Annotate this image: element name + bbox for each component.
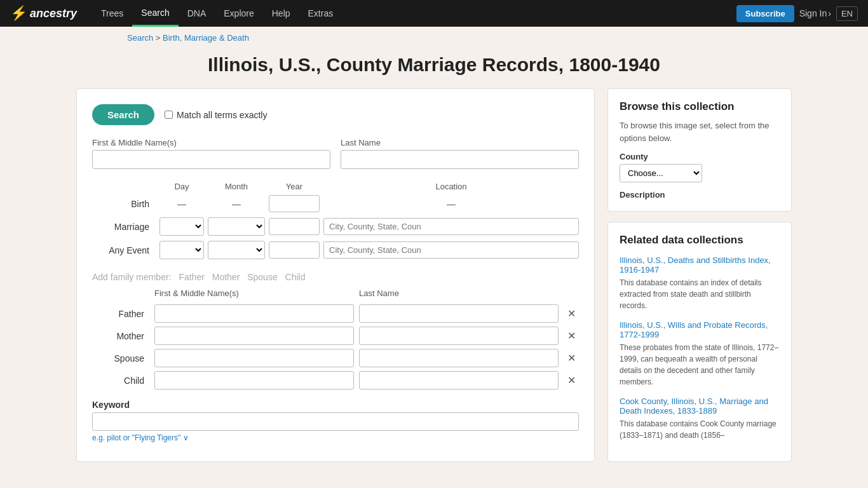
browse-title: Browse this collection: [620, 100, 780, 113]
child-remove-button[interactable]: ✕: [564, 374, 579, 386]
father-label: Father: [92, 309, 149, 319]
county-select[interactable]: Choose...: [620, 164, 702, 182]
birth-location-dash: —: [323, 199, 579, 209]
breadcrumb-search[interactable]: Search: [127, 33, 153, 43]
description-label: Description: [620, 190, 780, 200]
match-exactly-checkbox[interactable]: [165, 111, 173, 119]
child-first-name[interactable]: [154, 371, 354, 390]
spouse-row: Spouse ✕: [92, 349, 579, 367]
spouse-last-name[interactable]: [359, 349, 559, 367]
child-last-name[interactable]: [359, 371, 559, 390]
family-first-name-header: First & Middle Name(s): [154, 288, 354, 301]
related-text-1: This database contains an index of detai…: [620, 277, 780, 311]
related-link-3[interactable]: Cook County, Illinois, U.S., Marriage an…: [620, 396, 780, 416]
father-row: Father ✕: [92, 304, 579, 323]
logo-text: ancestry: [30, 7, 77, 20]
related-item-2: Illinois, U.S., Wills and Probate Record…: [620, 320, 780, 388]
right-sidebar: Browse this collection To browse this im…: [607, 88, 792, 462]
match-exactly-label[interactable]: Match all terms exactly: [165, 110, 267, 120]
related-item-3: Cook County, Illinois, U.S., Marriage an…: [620, 396, 780, 441]
any-event-label: Any Event: [92, 245, 156, 255]
family-last-name-header: Last Name: [359, 288, 559, 301]
main-layout: Search Match all terms exactly First & M…: [0, 88, 868, 481]
add-mother-link[interactable]: Mother: [212, 272, 240, 282]
last-name-group: Last Name: [341, 138, 579, 169]
father-last-name[interactable]: [359, 304, 559, 323]
first-name-label: First & Middle Name(s): [92, 138, 330, 147]
spouse-remove-button[interactable]: ✕: [564, 352, 579, 364]
nav-right: Subscribe Sign In › EN: [736, 5, 858, 22]
breadcrumb-section[interactable]: Birth, Marriage & Death: [163, 33, 249, 43]
keyword-input[interactable]: [92, 412, 579, 431]
nav-links: Trees Search DNA Explore Help Extras: [92, 0, 736, 27]
subscribe-button[interactable]: Subscribe: [736, 5, 794, 22]
birth-day-dash: —: [159, 199, 204, 209]
search-top: Search Match all terms exactly: [92, 104, 579, 125]
date-section: Day Month Year Location Birth — — — Marr…: [92, 182, 579, 259]
related-link-2[interactable]: Illinois, U.S., Wills and Probate Record…: [620, 320, 780, 339]
marriage-location-input[interactable]: [323, 218, 579, 235]
marriage-row: Marriage: [92, 217, 579, 236]
mother-first-name[interactable]: [154, 327, 354, 345]
first-name-group: First & Middle Name(s): [92, 138, 330, 169]
first-name-input[interactable]: [92, 150, 330, 169]
nav-extras[interactable]: Extras: [299, 0, 342, 27]
birth-row: Birth — — —: [92, 195, 579, 212]
browse-description: To browse this image set, select from th…: [620, 119, 780, 144]
spouse-first-name[interactable]: [154, 349, 354, 367]
logo[interactable]: ⚡ ancestry: [10, 5, 77, 22]
related-item-1: Illinois, U.S., Deaths and Stillbirths I…: [620, 255, 780, 311]
location-header: Location: [323, 182, 579, 191]
search-panel: Search Match all terms exactly First & M…: [76, 88, 595, 462]
mother-remove-button[interactable]: ✕: [564, 330, 579, 342]
add-spouse-link[interactable]: Spouse: [247, 272, 277, 282]
nav-dna[interactable]: DNA: [179, 0, 215, 27]
page-title: Illinois, U.S., County Marriage Records,…: [0, 54, 868, 76]
father-remove-button[interactable]: ✕: [564, 308, 579, 320]
nav-explore[interactable]: Explore: [215, 0, 262, 27]
day-header: Day: [159, 182, 204, 191]
add-child-link[interactable]: Child: [285, 272, 306, 282]
any-event-month-select[interactable]: [208, 241, 265, 259]
mother-row: Mother ✕: [92, 327, 579, 345]
add-family-label: Add family member: Father Mother Spouse …: [92, 272, 579, 282]
birth-year-input[interactable]: [269, 195, 320, 212]
father-first-name[interactable]: [154, 304, 354, 323]
any-event-row: Any Event: [92, 241, 579, 259]
related-box: Related data collections Illinois, U.S.,…: [607, 222, 792, 462]
nav-search[interactable]: Search: [132, 0, 178, 27]
any-event-location-input[interactable]: [323, 241, 579, 259]
logo-icon: ⚡: [10, 5, 27, 22]
related-link-1[interactable]: Illinois, U.S., Deaths and Stillbirths I…: [620, 255, 780, 274]
mother-label: Mother: [92, 331, 149, 341]
spouse-label: Spouse: [92, 353, 149, 363]
navbar: ⚡ ancestry Trees Search DNA Explore Help…: [0, 0, 868, 27]
search-button[interactable]: Search: [92, 104, 154, 125]
family-header-row: First & Middle Name(s) Last Name: [92, 288, 579, 301]
marriage-month-select[interactable]: [208, 217, 265, 236]
month-header: Month: [208, 182, 265, 191]
last-name-input[interactable]: [341, 150, 579, 169]
signin-link[interactable]: Sign In ›: [799, 8, 831, 18]
mother-last-name[interactable]: [359, 327, 559, 345]
county-label: County: [620, 152, 780, 161]
related-text-2: These probates from the state of Illinoi…: [620, 342, 780, 388]
any-event-day-select[interactable]: [159, 241, 204, 259]
birth-label: Birth: [92, 199, 156, 209]
add-father-link[interactable]: Father: [179, 272, 204, 282]
any-event-year-input[interactable]: [269, 241, 320, 259]
birth-month-dash: —: [208, 199, 265, 209]
marriage-label: Marriage: [92, 222, 156, 232]
marriage-year-input[interactable]: [269, 218, 320, 235]
add-family-section: Add family member: Father Mother Spouse …: [92, 272, 579, 390]
browse-box: Browse this collection To browse this im…: [607, 88, 792, 212]
marriage-day-select[interactable]: [159, 217, 204, 236]
year-header: Year: [269, 182, 320, 191]
nav-trees[interactable]: Trees: [92, 0, 132, 27]
language-selector[interactable]: EN: [836, 6, 858, 21]
related-title: Related data collections: [620, 234, 780, 247]
keyword-hint[interactable]: e.g. pilot or "Flying Tigers" ∨: [92, 433, 579, 442]
related-text-3: This database contains Cook County marri…: [620, 418, 780, 441]
date-header-row: Day Month Year Location: [92, 182, 579, 191]
nav-help[interactable]: Help: [263, 0, 299, 27]
